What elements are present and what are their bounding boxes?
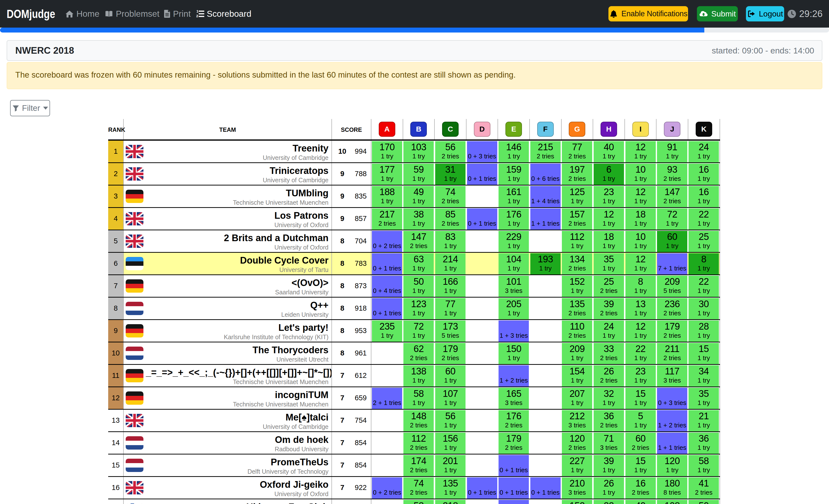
svg-text:1: 1 (196, 9, 199, 13)
svg-text:2: 2 (196, 14, 198, 18)
